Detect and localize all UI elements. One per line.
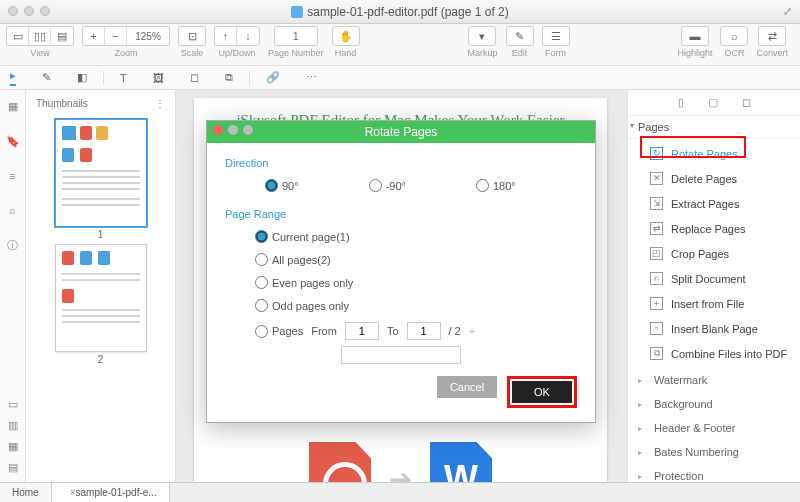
range-options: Current page(1) All pages(2) Even pages …: [225, 230, 577, 340]
search-icon[interactable]: ⌕: [9, 204, 16, 216]
thumbnails-menu-icon[interactable]: ⋮: [155, 98, 165, 109]
radio-odd-pages[interactable]: Odd pages only: [255, 299, 577, 312]
markup-label: Markup: [467, 48, 497, 58]
main-toolbar: ▭▯▯▤ View +−125% Zoom ⊡ Scale ↑↓ Up/Down…: [0, 24, 800, 66]
sidebar-item-combine[interactable]: ⧉Combine Files into PDF: [628, 341, 800, 366]
zoom-in-icon[interactable]: +: [83, 27, 105, 45]
radio-90[interactable]: 90°: [265, 179, 299, 192]
form-icon[interactable]: ☰: [543, 27, 569, 45]
page-down-icon[interactable]: ↓: [237, 27, 259, 45]
arrow-right-icon: ➔: [389, 463, 412, 483]
view-single-icon[interactable]: ▭: [7, 27, 29, 45]
thumbnail-page-1[interactable]: [55, 119, 147, 227]
rail-icon-a[interactable]: ▭: [8, 398, 18, 411]
select-tool-icon[interactable]: ▸: [10, 69, 16, 86]
sidebar-item-delete[interactable]: ✕Delete Pages: [628, 166, 800, 191]
bookmarks-icon[interactable]: 🔖: [6, 135, 20, 148]
section-pages[interactable]: Pages: [628, 116, 800, 139]
delete-icon: ✕: [650, 172, 663, 185]
radio-pages[interactable]: Pages: [255, 325, 303, 338]
document-icon: [291, 6, 303, 18]
ocr-label: OCR: [724, 48, 744, 58]
sidebar-item-bates[interactable]: Bates Numbering: [628, 440, 800, 464]
dialog-titlebar: Rotate Pages: [207, 121, 595, 143]
sidebar-item-replace[interactable]: ⇄Replace Pages: [628, 216, 800, 241]
convert-icon[interactable]: ⇄: [759, 27, 785, 45]
sidebar-item-header-footer[interactable]: Header & Footer: [628, 416, 800, 440]
pencil-tool-icon[interactable]: ✎: [42, 71, 51, 84]
highlight-icon[interactable]: ▬: [682, 27, 708, 45]
cancel-button[interactable]: Cancel: [437, 376, 497, 398]
tab3-icon[interactable]: ◻: [742, 96, 751, 109]
radio-current-page[interactable]: Current page(1): [255, 230, 577, 243]
rotate-pages-dialog: Rotate Pages Direction 90° -90° 180° Pag…: [206, 120, 596, 423]
to-input[interactable]: [407, 322, 441, 340]
ocr-icon[interactable]: ⌕: [721, 27, 747, 45]
markup-icon[interactable]: ▾: [469, 27, 495, 45]
add-range-button[interactable]: +: [469, 325, 475, 337]
rail-icon-c[interactable]: ▦: [8, 440, 18, 453]
view-facing-icon[interactable]: ▯▯: [29, 27, 51, 45]
eraser-tool-icon[interactable]: ◧: [77, 71, 87, 84]
replace-icon: ⇄: [650, 222, 663, 235]
right-panel: ▯ ▢ ◻ Pages ↻Rotate Pages ✕Delete Pages …: [628, 90, 800, 482]
objects-tool-icon[interactable]: ⧉: [225, 71, 233, 84]
zoom-value[interactable]: 125%: [127, 27, 169, 45]
view-group: ▭▯▯▤ View: [6, 26, 74, 58]
zoom-out-icon[interactable]: −: [105, 27, 127, 45]
sidebar-item-split[interactable]: ⎌Split Document: [628, 266, 800, 291]
shapes-tool-icon[interactable]: ◻: [190, 71, 199, 84]
info-icon[interactable]: ⓘ: [7, 238, 18, 253]
radio-neg90[interactable]: -90°: [369, 179, 406, 192]
radio-180[interactable]: 180°: [476, 179, 516, 192]
thumb-2-label: 2: [32, 354, 169, 365]
pages-tab-icon[interactable]: ▯: [678, 96, 684, 109]
sidebar-item-rotate[interactable]: ↻Rotate Pages: [628, 141, 800, 166]
sidebar-item-watermark[interactable]: Watermark: [628, 368, 800, 392]
sidebar-item-extract[interactable]: ⇲Extract Pages: [628, 191, 800, 216]
tools-bar: ▸ ✎ ◧ T 🖼 ◻ ⧉ 🔗 ⋯: [0, 66, 800, 90]
more-tool-icon[interactable]: ⋯: [306, 71, 317, 84]
word-file-icon: W: [430, 442, 492, 482]
link-tool-icon[interactable]: 🔗: [266, 71, 280, 84]
text-tool-icon[interactable]: T: [120, 72, 127, 84]
page-number-field[interactable]: 1: [275, 27, 317, 45]
crop-icon: ◰: [650, 247, 663, 260]
page-up-icon[interactable]: ↑: [215, 27, 237, 45]
sidebar-item-insert-file[interactable]: ＋Insert from File: [628, 291, 800, 316]
split-icon: ⎌: [650, 272, 663, 285]
dialog-traffic-lights[interactable]: [213, 125, 253, 135]
expand-icon[interactable]: ⤢: [783, 5, 792, 18]
image-tool-icon[interactable]: 🖼: [153, 72, 164, 84]
thumbnails-icon[interactable]: ▦: [8, 100, 18, 113]
pagenum-group: 1 Page Number: [268, 26, 324, 58]
view-continuous-icon[interactable]: ▤: [51, 27, 73, 45]
dialog-title: Rotate Pages: [365, 125, 438, 139]
hand-icon[interactable]: ✋: [333, 27, 359, 45]
direction-options: 90° -90° 180°: [225, 179, 577, 192]
ok-button[interactable]: OK: [512, 381, 572, 403]
bottom-tabs: Home ×sample-01-pdf-e...: [0, 482, 800, 502]
fit-icon[interactable]: ⊡: [179, 27, 205, 45]
pages-expression-input[interactable]: [341, 346, 461, 364]
rail-icon-d[interactable]: ▤: [8, 461, 18, 474]
outline-icon[interactable]: ≡: [9, 170, 15, 182]
radio-all-pages[interactable]: All pages(2): [255, 253, 577, 266]
radio-even-pages[interactable]: Even pages only: [255, 276, 577, 289]
rail-icon-b[interactable]: ▥: [8, 419, 18, 432]
thumbnail-page-2[interactable]: [55, 244, 147, 352]
sidebar-item-background[interactable]: Background: [628, 392, 800, 416]
tab2-icon[interactable]: ▢: [708, 96, 718, 109]
window-title: sample-01-pdf-editor.pdf (page 1 of 2): [291, 5, 508, 19]
tab-home[interactable]: Home: [0, 483, 52, 502]
sidebar-item-insert-blank[interactable]: ▫Insert Blank Page: [628, 316, 800, 341]
pagenum-label: Page Number: [268, 48, 324, 58]
window-traffic-lights[interactable]: [8, 6, 50, 16]
edit-icon[interactable]: ✎: [507, 27, 533, 45]
convert-label: Convert: [756, 48, 788, 58]
from-input[interactable]: [345, 322, 379, 340]
sidebar-item-crop[interactable]: ◰Crop Pages: [628, 241, 800, 266]
extract-icon: ⇲: [650, 197, 663, 210]
tab-document[interactable]: ×sample-01-pdf-e...: [52, 483, 170, 502]
form-group: ☰ Form: [542, 26, 570, 58]
